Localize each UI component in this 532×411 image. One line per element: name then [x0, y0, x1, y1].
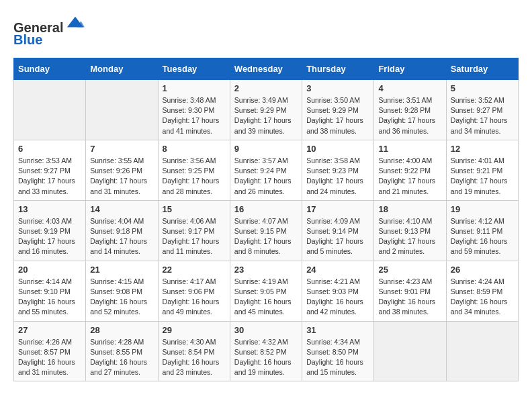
day-number: 29 — [163, 325, 226, 335]
calendar-cell: 7Sunrise: 3:55 AM Sunset: 9:26 PM Daylig… — [86, 140, 158, 200]
day-content: Sunrise: 4:32 AM Sunset: 8:52 PM Dayligh… — [234, 337, 298, 378]
day-content: Sunrise: 3:48 AM Sunset: 9:30 PM Dayligh… — [163, 95, 226, 136]
day-number: 19 — [451, 204, 514, 214]
day-number: 31 — [306, 325, 369, 335]
day-number: 22 — [163, 265, 226, 275]
week-row-1: 1Sunrise: 3:48 AM Sunset: 9:30 PM Daylig… — [14, 80, 519, 140]
day-number: 17 — [306, 204, 369, 214]
day-number: 25 — [378, 265, 441, 275]
calendar-cell: 26Sunrise: 4:24 AM Sunset: 8:59 PM Dayli… — [446, 261, 518, 321]
calendar-cell: 22Sunrise: 4:17 AM Sunset: 9:06 PM Dayli… — [158, 261, 230, 321]
calendar-cell — [86, 80, 158, 140]
day-header-monday: Monday — [86, 58, 158, 80]
day-content: Sunrise: 3:49 AM Sunset: 9:29 PM Dayligh… — [234, 95, 298, 136]
calendar-cell: 6Sunrise: 3:53 AM Sunset: 9:27 PM Daylig… — [14, 140, 86, 200]
day-number: 8 — [163, 144, 226, 154]
calendar-cell: 10Sunrise: 3:58 AM Sunset: 9:23 PM Dayli… — [302, 140, 374, 200]
day-number: 10 — [306, 144, 369, 154]
calendar-cell: 21Sunrise: 4:15 AM Sunset: 9:08 PM Dayli… — [86, 261, 158, 321]
page-header: General Blue — [13, 13, 519, 47]
day-content: Sunrise: 4:26 AM Sunset: 8:57 PM Dayligh… — [18, 337, 81, 378]
day-number: 18 — [378, 204, 441, 214]
day-number: 7 — [90, 144, 153, 154]
calendar-cell: 14Sunrise: 4:04 AM Sunset: 9:18 PM Dayli… — [86, 200, 158, 261]
calendar-cell: 11Sunrise: 4:00 AM Sunset: 9:22 PM Dayli… — [374, 140, 446, 200]
logo: General Blue — [13, 13, 85, 47]
calendar-cell — [446, 321, 518, 381]
day-number: 20 — [18, 265, 81, 275]
day-content: Sunrise: 4:06 AM Sunset: 9:17 PM Dayligh… — [163, 216, 226, 257]
day-number: 26 — [451, 265, 514, 275]
calendar-cell: 31Sunrise: 4:34 AM Sunset: 8:50 PM Dayli… — [302, 321, 374, 381]
day-content: Sunrise: 4:07 AM Sunset: 9:15 PM Dayligh… — [234, 216, 298, 257]
calendar-cell: 8Sunrise: 3:56 AM Sunset: 9:25 PM Daylig… — [158, 140, 230, 200]
day-content: Sunrise: 4:03 AM Sunset: 9:19 PM Dayligh… — [18, 216, 81, 257]
day-content: Sunrise: 4:30 AM Sunset: 8:54 PM Dayligh… — [163, 337, 226, 378]
week-row-5: 27Sunrise: 4:26 AM Sunset: 8:57 PM Dayli… — [14, 321, 519, 381]
day-content: Sunrise: 3:58 AM Sunset: 9:23 PM Dayligh… — [306, 156, 369, 197]
day-content: Sunrise: 4:24 AM Sunset: 8:59 PM Dayligh… — [451, 277, 514, 318]
calendar-cell: 23Sunrise: 4:19 AM Sunset: 9:05 PM Dayli… — [230, 261, 302, 321]
day-number: 3 — [306, 83, 369, 93]
day-content: Sunrise: 4:19 AM Sunset: 9:05 PM Dayligh… — [234, 277, 298, 318]
day-number: 9 — [234, 144, 298, 154]
day-content: Sunrise: 4:15 AM Sunset: 9:08 PM Dayligh… — [90, 277, 153, 318]
day-content: Sunrise: 3:56 AM Sunset: 9:25 PM Dayligh… — [163, 156, 226, 197]
calendar-cell: 4Sunrise: 3:51 AM Sunset: 9:28 PM Daylig… — [374, 80, 446, 140]
day-number: 30 — [234, 325, 298, 335]
calendar-cell: 19Sunrise: 4:12 AM Sunset: 9:11 PM Dayli… — [446, 200, 518, 261]
logo-blue: Blue — [13, 32, 42, 47]
calendar-cell: 29Sunrise: 4:30 AM Sunset: 8:54 PM Dayli… — [158, 321, 230, 381]
calendar-cell: 28Sunrise: 4:28 AM Sunset: 8:55 PM Dayli… — [86, 321, 158, 381]
day-content: Sunrise: 4:34 AM Sunset: 8:50 PM Dayligh… — [306, 337, 369, 378]
day-content: Sunrise: 3:55 AM Sunset: 9:26 PM Dayligh… — [90, 156, 153, 197]
day-content: Sunrise: 4:04 AM Sunset: 9:18 PM Dayligh… — [90, 216, 153, 257]
day-content: Sunrise: 3:51 AM Sunset: 9:28 PM Dayligh… — [378, 95, 441, 136]
day-header-friday: Friday — [374, 58, 446, 80]
day-number: 14 — [90, 204, 153, 214]
calendar-cell: 12Sunrise: 4:01 AM Sunset: 9:21 PM Dayli… — [446, 140, 518, 200]
day-number: 13 — [18, 204, 81, 214]
calendar-cell: 16Sunrise: 4:07 AM Sunset: 9:15 PM Dayli… — [230, 200, 302, 261]
day-content: Sunrise: 4:17 AM Sunset: 9:06 PM Dayligh… — [163, 277, 226, 318]
week-row-3: 13Sunrise: 4:03 AM Sunset: 9:19 PM Dayli… — [14, 200, 519, 261]
day-number: 2 — [234, 83, 298, 93]
calendar-cell: 24Sunrise: 4:21 AM Sunset: 9:03 PM Dayli… — [302, 261, 374, 321]
day-header-wednesday: Wednesday — [230, 58, 302, 80]
calendar-cell: 9Sunrise: 3:57 AM Sunset: 9:24 PM Daylig… — [230, 140, 302, 200]
day-content: Sunrise: 4:12 AM Sunset: 9:11 PM Dayligh… — [451, 216, 514, 257]
day-number: 1 — [163, 83, 226, 93]
calendar-cell: 3Sunrise: 3:50 AM Sunset: 9:29 PM Daylig… — [302, 80, 374, 140]
day-header-thursday: Thursday — [302, 58, 374, 80]
day-content: Sunrise: 4:21 AM Sunset: 9:03 PM Dayligh… — [306, 277, 369, 318]
day-content: Sunrise: 3:57 AM Sunset: 9:24 PM Dayligh… — [234, 156, 298, 197]
calendar-cell: 25Sunrise: 4:23 AM Sunset: 9:01 PM Dayli… — [374, 261, 446, 321]
day-header-tuesday: Tuesday — [158, 58, 230, 80]
day-content: Sunrise: 4:14 AM Sunset: 9:10 PM Dayligh… — [18, 277, 81, 318]
calendar-cell: 30Sunrise: 4:32 AM Sunset: 8:52 PM Dayli… — [230, 321, 302, 381]
day-content: Sunrise: 4:23 AM Sunset: 9:01 PM Dayligh… — [378, 277, 441, 318]
day-number: 27 — [18, 325, 81, 335]
day-header-saturday: Saturday — [446, 58, 518, 80]
day-content: Sunrise: 4:28 AM Sunset: 8:55 PM Dayligh… — [90, 337, 153, 378]
calendar-cell: 13Sunrise: 4:03 AM Sunset: 9:19 PM Dayli… — [14, 200, 86, 261]
day-number: 21 — [90, 265, 153, 275]
day-number: 4 — [378, 83, 441, 93]
day-content: Sunrise: 3:52 AM Sunset: 9:27 PM Dayligh… — [451, 95, 514, 136]
day-content: Sunrise: 3:53 AM Sunset: 9:27 PM Dayligh… — [18, 156, 81, 197]
day-number: 16 — [234, 204, 298, 214]
day-number: 6 — [18, 144, 81, 154]
day-content: Sunrise: 4:00 AM Sunset: 9:22 PM Dayligh… — [378, 156, 441, 197]
day-content: Sunrise: 4:09 AM Sunset: 9:14 PM Dayligh… — [306, 216, 369, 257]
day-header-sunday: Sunday — [14, 58, 86, 80]
day-number: 11 — [378, 144, 441, 154]
calendar-cell: 17Sunrise: 4:09 AM Sunset: 9:14 PM Dayli… — [302, 200, 374, 261]
calendar-cell — [374, 321, 446, 381]
week-row-4: 20Sunrise: 4:14 AM Sunset: 9:10 PM Dayli… — [14, 261, 519, 321]
calendar-cell: 27Sunrise: 4:26 AM Sunset: 8:57 PM Dayli… — [14, 321, 86, 381]
calendar-cell: 1Sunrise: 3:48 AM Sunset: 9:30 PM Daylig… — [158, 80, 230, 140]
day-number: 12 — [451, 144, 514, 154]
day-number: 24 — [306, 265, 369, 275]
day-content: Sunrise: 3:50 AM Sunset: 9:29 PM Dayligh… — [306, 95, 369, 136]
calendar-cell: 20Sunrise: 4:14 AM Sunset: 9:10 PM Dayli… — [14, 261, 86, 321]
